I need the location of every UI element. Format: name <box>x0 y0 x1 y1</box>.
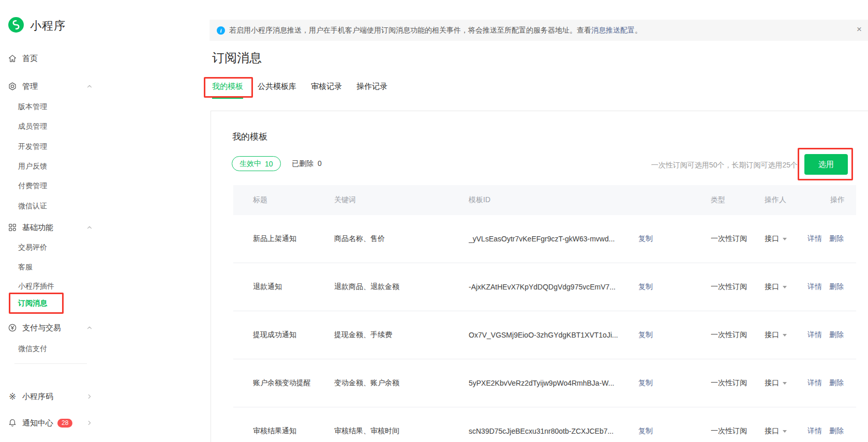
chevron-up-icon <box>86 83 93 90</box>
chevron-down-icon <box>783 334 787 337</box>
copy-link[interactable]: 复制 <box>638 282 653 292</box>
filter-active-label: 生效中 <box>240 159 261 169</box>
delete-link[interactable]: 删除 <box>829 234 844 243</box>
tab-review-records[interactable]: 审核记录 <box>311 82 342 99</box>
quota-hint: 一次性订阅可选用50个，长期订阅可选用25个 <box>651 161 798 170</box>
panel-heading: 我的模板 <box>232 131 267 143</box>
operator-dropdown[interactable]: 接口 <box>765 282 807 292</box>
sidebar-item-user-feedback[interactable]: 用户反馈 <box>18 161 47 172</box>
sidebar-item-label: 小程序码 <box>22 392 53 402</box>
operator-dropdown[interactable]: 接口 <box>765 378 807 388</box>
tab-operation-records[interactable]: 操作记录 <box>356 82 387 99</box>
operator-label: 接口 <box>765 378 779 388</box>
sidebar-section-management[interactable]: 管理 <box>7 81 93 92</box>
sidebar-section-label: 支付与交易 <box>22 323 61 333</box>
cell-type: 一次性订阅 <box>711 426 765 436</box>
notification-badge: 28 <box>57 419 72 428</box>
banner-text: 若启用小程序消息推送，用户在手机客户端使用订阅消息功能的相关事件，将会推送至所配… <box>229 26 591 35</box>
gear-icon <box>7 81 18 92</box>
cell-actions: 详情 删除 <box>807 330 856 340</box>
sidebar-item-miniprogram-code[interactable]: ※ 小程序码 <box>7 391 93 402</box>
close-icon[interactable]: × <box>857 25 862 34</box>
operator-dropdown[interactable]: 接口 <box>765 426 807 436</box>
delete-link[interactable]: 删除 <box>829 330 844 340</box>
copy-link[interactable]: 复制 <box>638 426 653 436</box>
template-id-text: Ox7V_VGSMj9EioO-3zhGYdgKBT1XVT1oJi... <box>469 331 638 339</box>
sidebar-item-version-management[interactable]: 版本管理 <box>18 102 47 112</box>
column-header-type: 类型 <box>711 195 765 205</box>
detail-link[interactable]: 详情 <box>807 282 822 292</box>
copy-link[interactable]: 复制 <box>638 234 653 243</box>
filter-deleted[interactable]: 已删除 0 <box>292 159 322 169</box>
sidebar-item-subscribe-message[interactable]: 订阅消息 <box>18 298 47 309</box>
cell-template-id: scN39D75cJjeBEcxu31nr80otb-ZCXJCEb7... 复… <box>469 426 711 436</box>
tab-my-templates[interactable]: 我的模板 <box>212 82 243 99</box>
chevron-right-icon <box>86 419 93 426</box>
cell-template-id: Ox7V_VGSMj9EioO-3zhGYdgKBT1XVT1oJi... 复制 <box>469 330 711 340</box>
content-card: 我的模板 生效中 10 已删除 0 一次性订阅可选用50个，长期订阅可选用25个… <box>211 111 868 442</box>
cell-actions: 详情 删除 <box>807 234 856 243</box>
template-id-text: 5yPXE2KbvVeRz2dTyijw9pWo4RmhBJa-W... <box>469 379 638 387</box>
operator-dropdown[interactable]: 接口 <box>765 330 807 340</box>
sidebar-item-notification-center[interactable]: 通知中心 28 <box>7 417 93 429</box>
column-header-keywords: 关键词 <box>334 195 469 205</box>
info-banner: i 若启用小程序消息推送，用户在手机客户端使用订阅消息功能的相关事件，将会推送至… <box>209 20 868 41</box>
chevron-down-icon <box>783 238 787 240</box>
template-id-text: _yVLsEasOytr7vKeEFgr9czT-gkW63-mvwd... <box>469 235 638 243</box>
column-header-actions: 操作 <box>807 195 856 205</box>
sidebar-item-home[interactable]: 首页 <box>7 53 93 64</box>
template-id-text: scN39D75cJjeBEcxu31nr80otb-ZCXJCEb7... <box>469 427 638 435</box>
sidebar-item-transaction-review[interactable]: 交易评价 <box>18 242 47 253</box>
select-template-button[interactable]: 选用 <box>804 154 848 175</box>
chevron-up-icon <box>86 324 93 331</box>
sidebar-item-wechat-pay[interactable]: 微信支付 <box>18 344 47 354</box>
detail-link[interactable]: 详情 <box>807 426 822 436</box>
banner-suffix: 。 <box>635 26 642 35</box>
cell-type: 一次性订阅 <box>711 282 765 292</box>
chevron-right-icon <box>86 393 93 400</box>
delete-link[interactable]: 删除 <box>829 282 844 292</box>
sidebar-section-basic-functions[interactable]: 基础功能 <box>7 222 93 233</box>
sidebar-item-dev-management[interactable]: 开发管理 <box>18 142 47 152</box>
sidebar-item-payment-management[interactable]: 付费管理 <box>18 181 47 191</box>
cell-template-id: 5yPXE2KbvVeRz2dTyijw9pWo4RmhBJa-W... 复制 <box>469 378 711 388</box>
sidebar-item-plugins[interactable]: 小程序插件 <box>18 281 54 292</box>
sidebar-item-wechat-verification[interactable]: 微信认证 <box>18 201 47 211</box>
detail-link[interactable]: 详情 <box>807 234 822 243</box>
sidebar-item-member-management[interactable]: 成员管理 <box>18 121 47 132</box>
copy-link[interactable]: 复制 <box>638 330 653 340</box>
sidebar-section-payment-trade[interactable]: 支付与交易 <box>7 322 93 333</box>
push-config-link[interactable]: 消息推送配置 <box>591 26 635 35</box>
delete-link[interactable]: 删除 <box>829 378 844 388</box>
sidebar-item-label: 通知中心 <box>22 418 53 428</box>
table-header: 标题 关键词 模板ID 类型 操作人 操作 <box>233 185 856 215</box>
tab-public-template-library[interactable]: 公共模板库 <box>258 82 296 99</box>
operator-dropdown[interactable]: 接口 <box>765 234 807 243</box>
template-id-text: -AjxKZAtHEvX7KpYdDQDgVdg975vcEmV7... <box>469 283 638 291</box>
cell-actions: 详情 删除 <box>807 426 856 436</box>
operator-label: 接口 <box>765 282 779 292</box>
blocks-icon <box>7 222 18 233</box>
sidebar: 小程序 首页 管理 版本管理 成员管理 开发管理 用户反馈 付费管理 微信认证 … <box>0 0 211 442</box>
cell-title: 提现成功通知 <box>233 330 334 340</box>
table-row: 提现成功通知 提现金额、手续费 Ox7V_VGSMj9EioO-3zhGYdgK… <box>233 311 856 359</box>
home-icon <box>7 53 18 64</box>
copy-link[interactable]: 复制 <box>638 378 653 388</box>
column-header-title: 标题 <box>233 195 334 205</box>
cell-type: 一次性订阅 <box>711 330 765 340</box>
chevron-down-icon <box>783 382 787 385</box>
chevron-down-icon <box>783 430 787 433</box>
cell-type: 一次性订阅 <box>711 234 765 243</box>
cell-keywords: 退款商品、退款金额 <box>334 282 469 292</box>
operator-label: 接口 <box>765 234 779 243</box>
table-row: 新品上架通知 商品名称、售价 _yVLsEasOytr7vKeEFgr9czT-… <box>233 215 856 263</box>
chevron-up-icon <box>86 224 93 231</box>
cell-title: 账户余额变动提醒 <box>233 378 334 388</box>
detail-link[interactable]: 详情 <box>807 378 822 388</box>
column-header-template-id: 模板ID <box>469 195 711 205</box>
detail-link[interactable]: 详情 <box>807 330 822 340</box>
delete-link[interactable]: 删除 <box>829 426 844 436</box>
filter-active-pill[interactable]: 生效中 10 <box>232 156 281 171</box>
info-icon: i <box>217 26 225 35</box>
sidebar-item-customer-service[interactable]: 客服 <box>18 262 33 272</box>
